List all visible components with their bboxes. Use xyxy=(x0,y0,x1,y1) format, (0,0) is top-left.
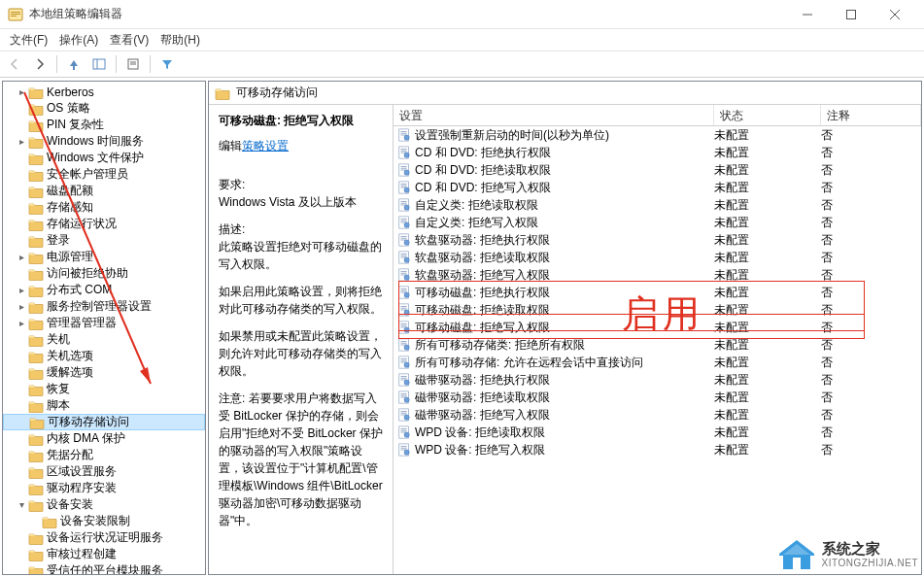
list-row[interactable]: 设置强制重新启动的时间(以秒为单位)未配置否 xyxy=(394,126,921,144)
list-row[interactable]: CD 和 DVD: 拒绝读取权限未配置否 xyxy=(394,161,921,179)
up-button[interactable] xyxy=(63,53,85,75)
back-button[interactable] xyxy=(4,53,25,75)
tree-node[interactable]: PIN 复杂性 xyxy=(3,117,205,133)
tree-node[interactable]: ▸服务控制管理器设置 xyxy=(3,298,205,315)
folder-icon xyxy=(215,86,230,100)
list-row[interactable]: 可移动磁盘: 拒绝读取权限未配置否 xyxy=(394,301,921,319)
list-row[interactable]: 可移动磁盘: 拒绝执行权限未配置否 xyxy=(394,284,921,301)
tree-node[interactable]: 设备运行状况证明服务 xyxy=(3,529,205,546)
tree-node[interactable]: 受信任的平台模块服务 xyxy=(3,562,205,575)
list-body[interactable]: 设置强制重新启动的时间(以秒为单位)未配置否CD 和 DVD: 拒绝执行权限未配… xyxy=(394,126,921,574)
tree-label: PIN 复杂性 xyxy=(47,117,104,133)
tree-label: 设备运行状况证明服务 xyxy=(47,529,163,546)
tree-node[interactable]: 存储运行状况 xyxy=(3,216,205,232)
tree-twisty[interactable]: ▸ xyxy=(15,318,28,328)
tree-node[interactable]: 安全帐户管理员 xyxy=(3,166,205,183)
tree-node[interactable]: ▾设备安装 xyxy=(3,496,205,513)
list-header[interactable]: 设置 状态 注释 xyxy=(394,105,921,126)
list-row[interactable]: 可移动磁盘: 拒绝写入权限未配置否 xyxy=(394,319,921,336)
tree-twisty[interactable]: ▾ xyxy=(15,499,28,510)
list-row[interactable]: 磁带驱动器: 拒绝读取权限未配置否 xyxy=(394,389,921,406)
list-row[interactable]: 软盘驱动器: 拒绝写入权限未配置否 xyxy=(394,266,921,284)
close-button[interactable] xyxy=(873,1,916,28)
tree-node[interactable]: 审核过程创建 xyxy=(3,546,205,562)
tree-node[interactable]: 关机 xyxy=(3,331,205,348)
tree-twisty[interactable]: ▸ xyxy=(15,136,28,147)
tree-twisty[interactable]: ▸ xyxy=(15,86,28,97)
filter-button[interactable] xyxy=(156,53,178,75)
house-icon xyxy=(777,538,816,571)
tree-node[interactable]: OS 策略 xyxy=(3,100,205,117)
forward-button[interactable] xyxy=(29,53,51,75)
tree-node[interactable]: 凭据分配 xyxy=(3,447,205,463)
show-hide-button[interactable] xyxy=(88,53,110,75)
policy-icon xyxy=(397,321,413,334)
policy-icon xyxy=(397,408,413,422)
folder-icon xyxy=(28,267,44,281)
tree-node[interactable]: Windows 文件保护 xyxy=(3,150,205,166)
tree-node[interactable]: ▸管理器管理器 xyxy=(3,315,205,331)
properties-button[interactable] xyxy=(122,53,144,75)
tree-node[interactable]: 驱动程序安装 xyxy=(3,480,205,496)
tree-node[interactable]: 设备安装限制 xyxy=(3,513,205,529)
tree-pane[interactable]: ▸KerberosOS 策略PIN 复杂性▸Windows 时间服务Window… xyxy=(2,81,206,575)
minimize-button[interactable] xyxy=(785,1,829,28)
folder-icon xyxy=(28,201,44,215)
list-row[interactable]: WPD 设备: 拒绝读取权限未配置否 xyxy=(394,424,921,441)
list-row[interactable]: WPD 设备: 拒绝写入权限未配置否 xyxy=(394,441,921,458)
list-row[interactable]: CD 和 DVD: 拒绝执行权限未配置否 xyxy=(394,144,921,161)
row-name: 软盘驱动器: 拒绝执行权限 xyxy=(415,232,714,249)
tree-node[interactable]: 区域设置服务 xyxy=(3,463,205,480)
menu-action[interactable]: 操作(A) xyxy=(53,30,104,51)
row-note: 否 xyxy=(821,442,921,458)
app-icon xyxy=(8,7,23,22)
list-row[interactable]: 所有可移动存储类: 拒绝所有权限未配置否 xyxy=(394,336,921,354)
col-state[interactable]: 状态 xyxy=(714,105,821,125)
maximize-button[interactable] xyxy=(829,1,873,28)
row-name: 可移动磁盘: 拒绝写入权限 xyxy=(415,320,714,336)
folder-icon xyxy=(28,300,44,314)
tree-twisty[interactable]: ▸ xyxy=(15,252,28,262)
tree-node[interactable]: 内核 DMA 保护 xyxy=(3,430,205,447)
tree-node[interactable]: 缓解选项 xyxy=(3,364,205,381)
list-row[interactable]: 自定义类: 拒绝读取权限未配置否 xyxy=(394,196,921,214)
row-note: 否 xyxy=(821,337,921,354)
list-row[interactable]: 软盘驱动器: 拒绝读取权限未配置否 xyxy=(394,249,921,266)
tree-node[interactable]: 磁盘配额 xyxy=(3,183,205,199)
menu-file[interactable]: 文件(F) xyxy=(4,30,53,51)
tree-node[interactable]: 恢复 xyxy=(3,381,205,397)
list-row[interactable]: 自定义类: 拒绝写入权限未配置否 xyxy=(394,214,921,231)
policy-icon xyxy=(397,198,413,212)
row-state: 未配置 xyxy=(714,180,821,196)
list-row[interactable]: 软盘驱动器: 拒绝执行权限未配置否 xyxy=(394,231,921,249)
tree-node[interactable]: 脚本 xyxy=(3,397,205,414)
list-row[interactable]: 所有可移动存储: 允许在远程会话中直接访问未配置否 xyxy=(394,354,921,371)
list-row[interactable]: 磁带驱动器: 拒绝写入权限未配置否 xyxy=(394,406,921,424)
tree-twisty[interactable]: ▸ xyxy=(15,285,28,295)
tree-node[interactable]: 访问被拒绝协助 xyxy=(3,265,205,282)
tree-twisty[interactable]: ▸ xyxy=(15,301,28,312)
list-row[interactable]: 磁带驱动器: 拒绝执行权限未配置否 xyxy=(394,371,921,389)
menu-help[interactable]: 帮助(H) xyxy=(154,30,206,51)
edit-policy-link[interactable]: 策略设置 xyxy=(242,137,289,154)
tree-label: 驱动程序安装 xyxy=(47,480,117,496)
tree-label: 受信任的平台模块服务 xyxy=(47,562,163,575)
tree-node[interactable]: 存储感知 xyxy=(3,199,205,216)
tree-label: 分布式 COM xyxy=(47,282,112,298)
tree-node[interactable]: ▸Windows 时间服务 xyxy=(3,133,205,150)
tree-node[interactable]: ▸分布式 COM xyxy=(3,282,205,298)
tree-node[interactable]: 关机选项 xyxy=(3,348,205,364)
menu-view[interactable]: 查看(V) xyxy=(104,30,154,51)
folder-icon xyxy=(28,498,44,512)
col-note[interactable]: 注释 xyxy=(821,105,921,125)
col-setting[interactable]: 设置 xyxy=(394,105,714,125)
row-name: 所有可移动存储类: 拒绝所有权限 xyxy=(415,337,714,354)
tree-node[interactable]: 登录 xyxy=(3,232,205,249)
list-row[interactable]: CD 和 DVD: 拒绝写入权限未配置否 xyxy=(394,179,921,196)
tree-node[interactable]: ▸Kerberos xyxy=(3,84,205,100)
tree-node[interactable]: 可移动存储访问 xyxy=(3,414,205,430)
tree-node[interactable]: ▸电源管理 xyxy=(3,249,205,265)
row-name: 软盘驱动器: 拒绝写入权限 xyxy=(415,267,714,284)
policy-icon xyxy=(397,251,413,264)
policy-icon xyxy=(397,338,413,352)
